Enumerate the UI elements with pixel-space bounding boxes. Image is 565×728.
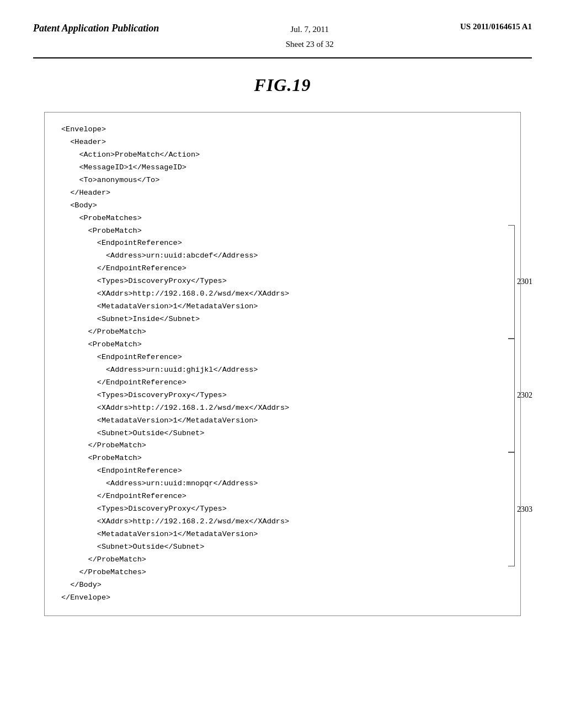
- code-line-24: <Subnet>Outside</Subnet>: [61, 427, 504, 440]
- code-line-28: <Address>urn:uuid:mnopqr</Address>: [61, 478, 504, 490]
- code-line-12: <Types>DiscoveryProxy</Types>: [61, 275, 504, 288]
- code-line-11: </EndpointReference>: [61, 263, 504, 275]
- code-line-22: <XAddrs>http://192.168.1.2/wsd/mex</XAdd…: [61, 402, 504, 415]
- code-line-30: <Types>DiscoveryProxy</Types>: [61, 503, 504, 516]
- sheet-number: Sheet 23 of 32: [286, 37, 334, 52]
- code-line-21: <Types>DiscoveryProxy</Types>: [61, 389, 504, 402]
- bracket-2301: [508, 225, 515, 339]
- code-line-37: </Envelope>: [61, 592, 504, 604]
- label-2303: 2303: [517, 503, 532, 516]
- code-diagram: <Envelope> <Header> <Action>ProbeMatch</…: [44, 112, 521, 616]
- code-line-14: <MetadataVersion>1</MetadataVersion>: [61, 301, 504, 313]
- code-line-17: <ProbeMatch>: [61, 339, 504, 351]
- code-line-32: <MetadataVersion>1</MetadataVersion>: [61, 528, 504, 541]
- code-line-5: </Header>: [61, 187, 504, 200]
- code-line-25: </ProbeMatch>: [61, 440, 504, 452]
- code-line-4: <To>anonymous</To>: [61, 174, 504, 187]
- header-center: Jul. 7, 2011 Sheet 23 of 32: [286, 22, 334, 52]
- code-line-36: </Body>: [61, 579, 504, 592]
- code-line-16: </ProbeMatch>: [61, 326, 504, 339]
- code-line-19: <Address>urn:uuid:ghijkl</Address>: [61, 364, 504, 377]
- code-line-18: <EndpointReference>: [61, 351, 504, 364]
- group-2301: <ProbeMatch> <EndpointReference> <Addres…: [61, 225, 504, 339]
- group-2302: <ProbeMatch> <EndpointReference> <Addres…: [61, 339, 504, 452]
- code-line-6: <Body>: [61, 200, 504, 212]
- code-line-27: <EndpointReference>: [61, 465, 504, 478]
- code-line-1: <Header>: [61, 136, 504, 149]
- code-line-15: <Subnet>Inside</Subnet>: [61, 313, 504, 326]
- code-line-31: <XAddrs>http://192.168.2.2/wsd/mex</XAdd…: [61, 516, 504, 528]
- patent-number: US 2011/0164615 A1: [460, 22, 532, 31]
- label-2301: 2301: [517, 275, 532, 288]
- bracket-2303: [508, 452, 515, 566]
- code-line-35: </ProbeMatches>: [61, 566, 504, 579]
- code-line-34: </ProbeMatch>: [61, 554, 504, 566]
- code-line-20: </EndpointReference>: [61, 377, 504, 389]
- label-2302: 2302: [517, 389, 532, 402]
- code-line-3: <MessageID>1</MessageID>: [61, 162, 504, 174]
- figure-title: FIG.19: [33, 75, 532, 95]
- code-line-26: <ProbeMatch>: [61, 452, 504, 465]
- code-line-7: <ProbeMatches>: [61, 212, 504, 225]
- code-line-10: <Address>urn:uuid:abcdef</Address>: [61, 250, 504, 263]
- code-line-33: <Subnet>Outside</Subnet>: [61, 541, 504, 554]
- page: Patent Application Publication Jul. 7, 2…: [0, 0, 565, 728]
- code-line-2: <Action>ProbeMatch</Action>: [61, 149, 504, 162]
- code-line-0: <Envelope>: [61, 124, 504, 136]
- code-line-13: <XAddrs>http://192.168.0.2/wsd/mex</XAdd…: [61, 288, 504, 301]
- group-2303: <ProbeMatch> <EndpointReference> <Addres…: [61, 452, 504, 566]
- page-header: Patent Application Publication Jul. 7, 2…: [33, 22, 532, 58]
- bracket-2302: [508, 339, 515, 452]
- publication-date: Jul. 7, 2011: [286, 22, 334, 37]
- code-line-8: <ProbeMatch>: [61, 225, 504, 238]
- code-line-9: <EndpointReference>: [61, 237, 504, 250]
- publication-label: Patent Application Publication: [33, 22, 159, 35]
- code-line-23: <MetadataVersion>1</MetadataVersion>: [61, 415, 504, 427]
- code-line-29: </EndpointReference>: [61, 490, 504, 503]
